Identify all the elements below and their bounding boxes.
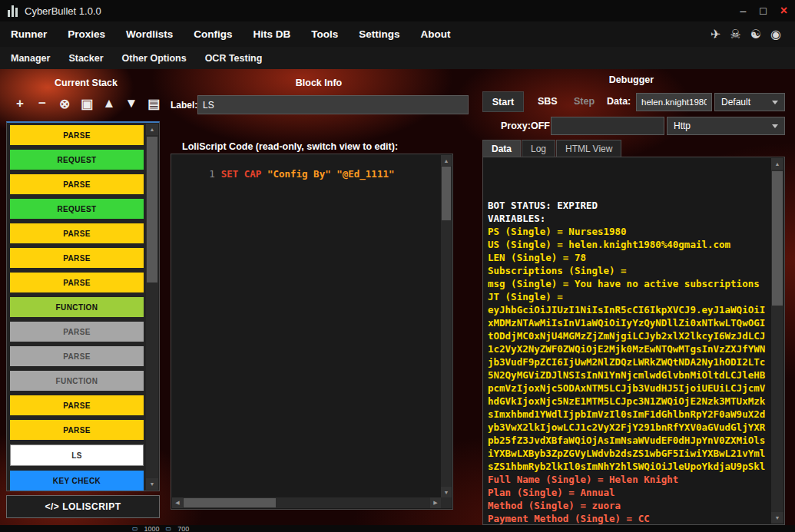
step-button[interactable]: Step [574,96,595,107]
stack-block-request[interactable]: REQUEST [10,199,144,219]
menu-item-configs[interactable]: Configs [194,28,232,40]
tab-log[interactable]: Log [522,140,555,157]
code-vertical-scrollbar[interactable]: ▲ ▼ [441,155,452,497]
menu-item-about[interactable]: About [421,28,451,40]
stack-block-parse[interactable]: PARSE [10,248,144,268]
maximize-button[interactable]: □ [760,5,766,16]
debug-output-line: iYXBwLXByb3ZpZGVyLWdvb2dsZS1wbGF5IiwiYXB… [488,447,769,460]
stack-block-request[interactable]: REQUEST [10,150,144,170]
camera-icon[interactable]: ◉ [770,28,781,41]
debugger-scrollbar[interactable]: ▲ ▼ [771,158,783,524]
chevron-down-icon [772,124,778,128]
debug-output-line: hdGVkIjoxNjc5NzE1MTM5LCJpc3N1ZWQiOjE2Nzk… [488,395,769,408]
app-logo-icon [8,5,18,17]
minimize-button[interactable]: – [740,5,746,16]
close-button[interactable]: × [780,5,787,16]
loliscript-view-button[interactable]: </> LOLISCRIPT [6,495,160,518]
block-label-input[interactable] [197,95,469,114]
debug-output-line: yb3VwX2lkIjowLCJ1c2VyX2FjY291bnRfYXV0aGV… [488,421,769,434]
debug-output-line: Plan (Single) = Annual [488,486,769,499]
scroll-down-icon[interactable]: ▼ [771,512,783,524]
save-config-icon[interactable]: ▤ [144,94,163,114]
debug-output-line: sImxhbmd1YWdlIjpbImVzIl0sImF1dGhlbnRpY2F… [488,408,769,421]
stack-block-parse[interactable]: PARSE [10,395,144,415]
debug-output-line: pb25fZ3JvdXBfaWQiOjAsImNsaWVudEF0dHJpYnV… [488,434,769,447]
scroll-down-icon[interactable]: ▼ [441,487,452,497]
stack-block-parse[interactable]: PARSE [10,420,144,440]
add-block-icon[interactable]: + [11,94,29,114]
skull-icon[interactable]: ☠ [730,28,740,41]
stack-block-parse[interactable]: PARSE [10,174,144,194]
scroll-thumb[interactable] [147,137,157,283]
loliscript-code-editor[interactable]: 1SET CAP "Config By" "@Ed_1111" ▲ ▼ ◀ ▶ [171,154,453,510]
scroll-thumb[interactable] [442,167,451,220]
status-width-value: 1000 [144,525,160,532]
wordlist-type-value: Default [721,97,772,107]
debug-output-line: US (Single) = helen.knight1980%40gmail.c… [488,238,769,251]
stack-block-parse[interactable]: PARSE [10,346,144,366]
submenu-item-other-options[interactable]: Other Options [122,53,187,64]
scroll-up-icon[interactable]: ▲ [146,124,158,135]
debug-output-line: xMDMzNTAwMiIsInV1aWQiOiIyYzQyNDllZi0xNTk… [488,316,769,329]
menu-item-settings[interactable]: Settings [359,28,399,40]
menu-item-tools[interactable]: Tools [311,28,338,40]
move-up-icon[interactable]: ▲ [100,94,118,114]
line-number: 1 [209,168,215,180]
proxy-type-select[interactable]: Http [667,117,785,135]
tab-data[interactable]: Data [482,140,521,157]
debug-data-input[interactable] [636,93,712,111]
debug-output-line: msg (Single) = You have no active subscr… [488,277,769,290]
debug-output-line: 5N2QyMGViZDJlNSIsInN1YnNjcmlwdGlvbnMiOlt… [488,368,769,382]
submenu-item-manager[interactable]: Manager [11,53,50,64]
wordlist-type-select[interactable]: Default [714,93,785,111]
menu-social-icons: ✈ ☠ ☯ ◉ [711,28,784,41]
debug-output-line: pcmVzIjoxNjc5ODAxNTM5LCJjb3VudHJ5IjoiUEU… [488,382,769,395]
stack-block-key-check[interactable]: KEY CHECK [10,471,144,491]
stack-block-function[interactable]: FUNCTION [10,297,144,317]
menu-item-runner[interactable]: Runner [11,28,47,40]
debug-output-line: eyJhbGciOiJIUzI1NiIsInR5cCI6IkpXVCJ9.eyJ… [488,303,769,316]
debug-output-line: 1c2VyX2NyZWF0ZWQiOjE2Mjk0MzEwNTQwMTgsInV… [488,342,769,355]
disable-block-icon[interactable]: ⊗ [55,94,74,114]
stack-block-ls[interactable]: LS [10,444,144,466]
debugger-output-lines: BOT STATUS: EXPIREDVARIABLES:PS (Single)… [488,160,769,525]
menu-item-proxies[interactable]: Proxies [68,28,105,40]
scroll-up-icon[interactable]: ▲ [441,155,452,166]
scroll-down-icon[interactable]: ▼ [146,478,158,490]
sbs-toggle[interactable]: SBS [538,96,558,107]
stack-block-parse[interactable]: PARSE [10,273,144,292]
scroll-left-icon[interactable]: ◀ [172,497,183,508]
menu-item-wordlists[interactable]: Wordlists [126,28,173,40]
start-button[interactable]: Start [482,91,524,112]
stack-block-function[interactable]: FUNCTION [10,371,144,391]
proxy-input[interactable] [551,117,664,135]
debug-output-line: sZS1hbmRyb2lkIl0sImNhY2hlSWQiOiJleUpoYkd… [488,460,769,473]
clone-block-icon[interactable]: ▣ [78,94,96,114]
debug-output-line: jb3VudF9pZCI6IjUwM2NlZDQzLWRkZWQtNDA2Ny1… [488,355,769,368]
remove-block-icon[interactable]: − [33,94,51,114]
scroll-up-icon[interactable]: ▲ [771,158,783,170]
code-horizontal-scrollbar[interactable]: ◀ ▶ [172,497,441,508]
submenu-item-ocr-testing[interactable]: OCR Testing [205,53,263,64]
move-down-icon[interactable]: ▼ [122,94,141,114]
tab-html-view[interactable]: HTML View [556,140,621,157]
menu-item-hits-db[interactable]: Hits DB [253,28,291,40]
application-window: CyberBullet 1.0.0 – □ × RunnerProxiesWor… [0,0,795,532]
stack-toolbar: + − ⊗ ▣ ▲ ▼ ▤ [11,94,163,114]
stack-block-parse[interactable]: PARSE [10,125,144,145]
window-controls: – □ × [740,5,787,16]
scroll-thumb[interactable] [184,498,276,507]
chat-icon[interactable]: ☯ [750,28,761,41]
submenu-item-stacker[interactable]: Stacker [68,53,103,64]
scroll-right-icon[interactable]: ▶ [430,497,441,508]
scroll-thumb[interactable] [772,171,783,306]
telegram-icon[interactable]: ✈ [711,28,720,41]
monitor-icon: ▭ [132,525,138,532]
debugger-output[interactable]: BOT STATUS: EXPIREDVARIABLES:PS (Single)… [482,157,785,525]
stack-block-parse[interactable]: PARSE [10,322,144,342]
stack-block-parse[interactable]: PARSE [10,223,144,243]
stack-scrollbar[interactable]: ▲ ▼ [146,124,158,490]
debugger-title: Debugger [478,74,785,85]
debug-output-line: LEN (Single) = 78 [488,251,769,264]
proxy-toggle[interactable]: OFF [531,121,550,131]
